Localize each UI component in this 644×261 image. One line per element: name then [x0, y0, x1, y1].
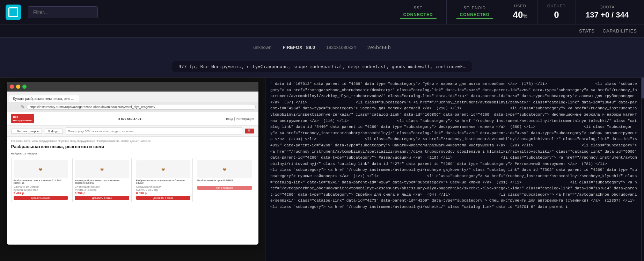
discontinued-badge: Нет в продаже [197, 186, 252, 190]
browser-content: Все инструменты 8 800 550-37-71 Вход | Р… [7, 112, 258, 245]
nav-arrows: ← → ↻ [10, 104, 24, 109]
selenoid-status: CONNECTED [456, 11, 493, 19]
session-resolution: 1920x1080x24 [326, 45, 356, 50]
back-icon[interactable]: ← [10, 104, 14, 109]
queued-block: QUEUED 0 [537, 0, 576, 24]
quota-label: QUOTA [600, 5, 615, 9]
maximize-btn[interactable] [22, 85, 27, 89]
queued-value: 0 [554, 9, 559, 20]
scrollbar-thumb[interactable] [642, 78, 644, 99]
minimize-btn[interactable] [16, 85, 20, 89]
caps-links[interactable]: STATS CAPABILITIES [573, 28, 637, 34]
session-url: 977-fp, Все Инструменты, city=Ставрополь… [172, 61, 472, 72]
site-breadcrumb: Главная / Авто, мото оборудование / Проч… [11, 139, 254, 143]
quota-value: 137 +0 / 344 [586, 10, 629, 20]
capabilities-bar: STATS CAPABILITIES [0, 24, 644, 38]
product-name: Колесо разбрасывателя для комплекта боко… [75, 179, 129, 184]
product-name: Разбрасыватель соли в комлекте бокового … [136, 179, 191, 184]
site-page-title: Разбрасыватели песка, реагентов и соли [11, 144, 254, 149]
site-search[interactable] [66, 127, 242, 135]
browser-tab[interactable]: Купить разбрасыватели песка, реагентов и… [9, 95, 79, 102]
site-nav-bar: ☰ Каталог товаров % Да дет 🔍 [7, 126, 258, 137]
sales-btn[interactable]: % Да дет [45, 129, 63, 134]
selenoid-label: SELENOID [463, 6, 486, 10]
search-btn[interactable]: 🔍 [245, 129, 254, 133]
session-unknown: unknown [253, 45, 271, 50]
product-name: Разбрасыватель соли в комлекте 314 304-к… [14, 179, 68, 184]
product-card: 📦 Разбрасыватель соли в комлекте 314 304… [11, 158, 71, 202]
product-card: 📦 Разбрасыватель соли в комлекте боковог… [134, 158, 193, 202]
add-to-cart-btn[interactable]: Добавить в заказ [75, 196, 129, 200]
top-bar: SSE CONNECTED SELENOID CONNECTED USED 40… [0, 0, 644, 24]
code-panel: " data-id="167013" data-parent-id="4269"… [265, 78, 644, 261]
site-phone: 8 800 550-37-71 [118, 117, 141, 121]
quota-block: QUOTA 137 +0 / 344 [576, 0, 638, 24]
product-image: 📦 [75, 160, 129, 178]
app-logo[interactable] [6, 5, 21, 20]
browser-window: Купить разбрасыватели песка, реагентов и… [7, 82, 258, 245]
add-to-cart-btn[interactable]: Добавить в заказ [14, 196, 68, 200]
browser-nav: ← → ↻ https://instrumenty.ru/stavropol/a… [7, 102, 258, 112]
browser-panel: Купить разбрасыватели песка, реагентов и… [0, 78, 265, 261]
products-grid: 📦 Разбрасыватель соли в комлекте 314 304… [11, 158, 254, 202]
site-login: Вход | Регистрация [226, 117, 254, 121]
sse-block: SSE CONNECTED [390, 0, 446, 24]
items-found: Найдено 19 товаров [11, 152, 254, 155]
used-label: USED [514, 4, 526, 8]
queued-label: QUEUED [547, 4, 566, 8]
sse-label: SSE [414, 6, 423, 10]
forward-icon[interactable]: → [15, 104, 20, 109]
add-to-cart-btn[interactable]: Добавить в заказ [136, 196, 191, 200]
filter-input[interactable] [28, 6, 98, 18]
session-hash: 2e5bc66b [367, 45, 390, 50]
close-btn[interactable] [10, 85, 14, 89]
product-image: 📦 [197, 160, 252, 178]
session-browser: FIREFOX 89.0 [283, 45, 315, 50]
logo-icon [8, 7, 18, 17]
browser-tab-bar: Купить разбрасыватели песка, реагентов и… [7, 92, 258, 102]
product-name: Разбрасыватель ручной SME09 [197, 179, 252, 182]
product-image: 📦 [136, 160, 191, 178]
used-value: 40% [513, 9, 527, 20]
product-price: 3 499 р. [14, 191, 68, 195]
code-view[interactable]: " data-id="167013" data-parent-id="4269"… [265, 78, 644, 261]
scrollbar[interactable] [641, 78, 644, 261]
selenoid-block: SELENOID CONNECTED [446, 0, 503, 24]
product-price: 8 890 р. [136, 191, 191, 195]
site-body: Главная / Авто, мото оборудование / Проч… [7, 137, 258, 205]
session-bar: unknown FIREFOX 89.0 1920x1080x24 2e5bc6… [0, 38, 644, 57]
stats-link[interactable]: STATS [579, 28, 595, 34]
site-header: Все инструменты 8 800 550-37-71 Вход | Р… [7, 112, 258, 126]
used-block: USED 40% [503, 0, 537, 24]
refresh-icon[interactable]: ↻ [21, 104, 24, 109]
browser-chrome [7, 82, 258, 92]
main-content: Купить разбрасыватели песка, реагентов и… [0, 78, 644, 261]
product-card: 📦 Колесо разбрасывателя для комплекта бо… [72, 158, 132, 202]
capabilities-link[interactable]: CAPABILITIES [603, 28, 637, 34]
product-price: 6 799 р. [75, 191, 129, 195]
sse-status: CONNECTED [400, 11, 437, 19]
url-bar: 977-fp, Все Инструменты, city=Ставрополь… [0, 57, 644, 78]
site-logo: Все инструменты [11, 114, 34, 123]
nav-url-bar[interactable]: https://instrumenty.ru/stavropol/avtogar… [27, 104, 256, 110]
product-card: 📦 Разбрасыватель ручной SME09 Нет в прод… [195, 158, 254, 202]
product-image: 📦 [14, 160, 68, 178]
catalog-btn[interactable]: ☰ Каталог товаров [11, 129, 42, 134]
stats-group: SSE CONNECTED SELENOID CONNECTED USED 40… [390, 0, 638, 24]
